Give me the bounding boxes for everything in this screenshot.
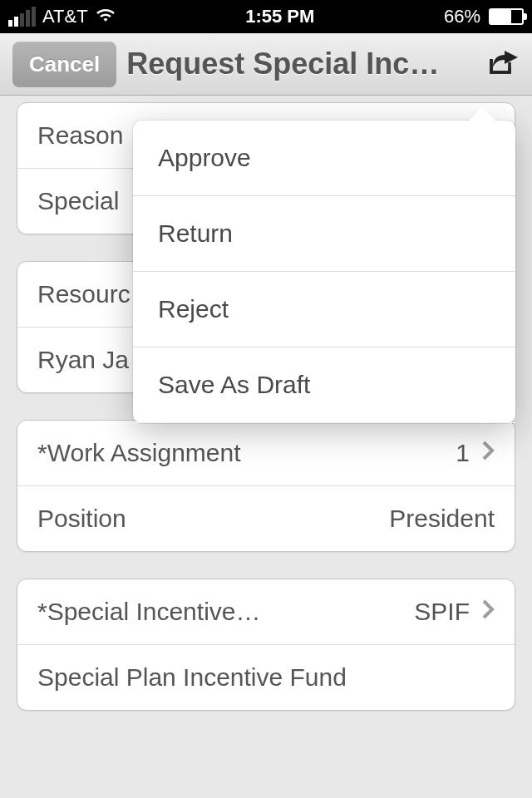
incentive-label: *Special Incentive… xyxy=(37,598,260,626)
carrier-label: AT&T xyxy=(42,6,88,27)
reason-detail: Special xyxy=(37,187,119,215)
work-card: *Work Assignment 1 Position President xyxy=(17,420,515,552)
status-right: 66% xyxy=(444,6,524,27)
battery-pct: 66% xyxy=(444,6,480,27)
nav-bar: Cancel Request Special Inc… xyxy=(0,33,532,96)
action-popover: Approve Return Reject Save As Draft xyxy=(133,121,515,423)
position-row: Position President xyxy=(17,486,515,551)
status-time: 1:55 PM xyxy=(245,6,314,27)
chevron-right-icon xyxy=(481,439,495,467)
resource-label: Resourc xyxy=(37,280,131,308)
popover-item-approve[interactable]: Approve xyxy=(133,121,515,196)
wifi-icon xyxy=(95,5,116,28)
incentive-row[interactable]: *Special Incentive… SPIF xyxy=(17,579,515,645)
position-value: President xyxy=(389,505,495,533)
popover-item-reject[interactable]: Reject xyxy=(133,272,515,347)
work-assignment-row[interactable]: *Work Assignment 1 xyxy=(17,421,515,486)
signal-icon xyxy=(8,7,36,27)
incentive-detail: Special Plan Incentive Fund xyxy=(37,663,347,692)
chevron-right-icon xyxy=(481,598,495,626)
incentive-value: SPIF xyxy=(414,598,495,626)
work-value: 1 xyxy=(456,439,495,467)
cancel-button[interactable]: Cancel xyxy=(12,42,116,87)
incentive-detail-row: Special Plan Incentive Fund xyxy=(17,645,515,710)
battery-icon xyxy=(489,8,524,25)
resource-value: Ryan Ja xyxy=(37,346,129,374)
page-title: Request Special Inc… xyxy=(126,47,478,81)
status-bar: AT&T 1:55 PM 66% xyxy=(0,0,532,33)
incentive-card: *Special Incentive… SPIF Special Plan In… xyxy=(17,579,515,711)
status-left: AT&T xyxy=(8,5,116,28)
reason-label: Reason xyxy=(37,121,123,150)
position-label: Position xyxy=(37,505,126,533)
popover-item-save-draft[interactable]: Save As Draft xyxy=(133,347,515,423)
share-icon[interactable] xyxy=(488,49,520,79)
work-label: *Work Assignment xyxy=(37,439,241,467)
popover-item-return[interactable]: Return xyxy=(133,196,515,272)
